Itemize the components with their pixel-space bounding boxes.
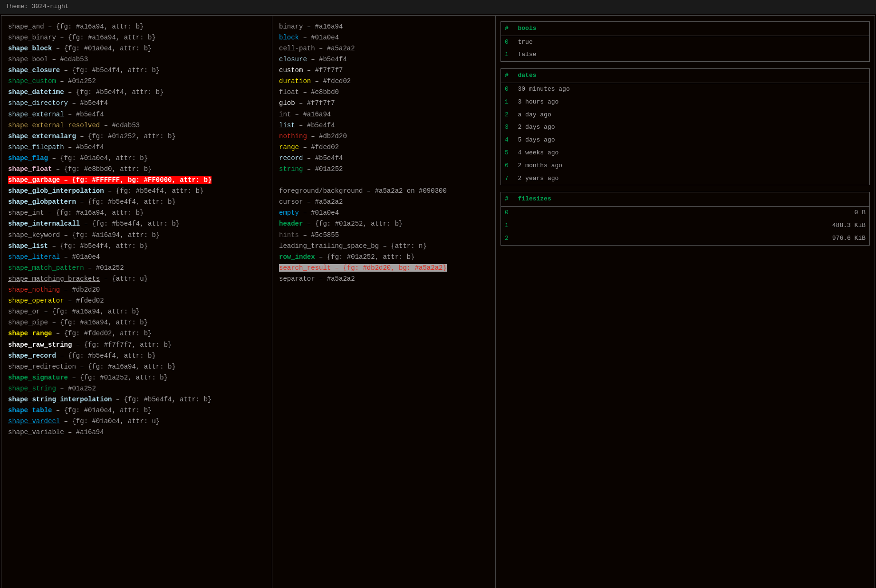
line-shape-nothing: shape_nothing – #db2d20 xyxy=(8,285,265,295)
line-spacer xyxy=(279,175,489,186)
line-shape-directory: shape_directory – #b5e4f4 xyxy=(8,98,265,109)
line-shape-raw-string: shape_raw_string – {fg: #f7f7f7, attr: b… xyxy=(8,340,265,351)
line-range: range – #fded02 xyxy=(279,142,489,153)
filesizes-col-filesizes: filesizes xyxy=(514,192,870,207)
filesizes-col-num: # xyxy=(501,192,514,207)
dates-table: # dates 0 30 minutes ago 1 3 hours ago 2 xyxy=(501,68,870,185)
line-shape-glob-interpolation: shape_glob_interpolation – {fg: #b5e4f4,… xyxy=(8,186,265,197)
line-search-result: search_result – {fg: #db2d20, bg: #a5a2a… xyxy=(279,263,489,274)
line-block: block – #01a0e4 xyxy=(279,32,489,43)
filesizes-table: # filesizes 0 0 B 1 488.3 KiB 2 xyxy=(501,192,870,245)
line-duration: duration – #fded02 xyxy=(279,76,489,87)
line-shape-garbage: shape_garbage – {fg: #FFFFFF, bg: #FF000… xyxy=(8,175,265,186)
line-shape-list: shape_list – {fg: #b5e4f4, attr: b} xyxy=(8,241,265,252)
line-shape-flag: shape_flag – {fg: #01a0e4, attr: b} xyxy=(8,153,265,164)
line-shape-external-resolved: shape_external_resolved – #cdab53 xyxy=(8,120,265,131)
dates-col-num: # xyxy=(501,69,514,83)
dates-row-1: 1 3 hours ago xyxy=(501,96,870,109)
line-binary: binary – #a16a94 xyxy=(279,21,489,32)
bools-row-0-num: 0 xyxy=(501,36,514,48)
line-fg-bg: foreground/background – #a5a2a2 on #0903… xyxy=(279,186,489,197)
line-float: float – #e8bbd0 xyxy=(279,87,489,98)
line-cell-path: cell-path – #a5a2a2 xyxy=(279,43,489,54)
dates-row-6: 6 2 months ago xyxy=(501,160,870,172)
filesizes-row-0: 0 0 B xyxy=(501,207,870,219)
line-int: int – #a16a94 xyxy=(279,109,489,120)
line-shape-range: shape_range – {fg: #fded02, attr: b} xyxy=(8,328,265,339)
theme-bar: Theme: 3024-night xyxy=(0,0,876,14)
bools-row-0: 0 true xyxy=(501,36,870,48)
line-shape-table: shape_table – {fg: #01a0e4, attr: b} xyxy=(8,405,265,416)
line-custom: custom – #f7f7f7 xyxy=(279,65,489,76)
line-shape-block: shape_block – {fg: #01a0e4, attr: b} xyxy=(8,43,265,54)
column-3: # bools 0 true 1 false xyxy=(496,16,875,588)
line-shape-operator: shape_operator – #fded02 xyxy=(8,295,265,306)
dates-row-0: 0 30 minutes ago xyxy=(501,83,870,95)
line-row-index: row_index – {fg: #01a252, attr: b} xyxy=(279,252,489,263)
line-shape-match-pattern: shape_match_pattern – #01a252 xyxy=(8,263,265,274)
line-list: list – #b5e4f4 xyxy=(279,120,489,131)
bools-row-1-val: false xyxy=(514,48,870,61)
line-closure: closure – #b5e4f4 xyxy=(279,54,489,65)
column-2: binary – #a16a94 block – #01a0e4 cell-pa… xyxy=(272,16,496,588)
line-shape-or: shape_or – {fg: #a16a94, attr: b} xyxy=(8,306,265,317)
line-shape-externalarg: shape_externalarg – {fg: #01a252, attr: … xyxy=(8,131,265,142)
line-shape-external: shape_external – #b5e4f4 xyxy=(8,109,265,120)
line-nothing: nothing – #db2d20 xyxy=(279,131,489,142)
dates-table-container: # dates 0 30 minutes ago 1 3 hours ago 2 xyxy=(501,68,870,185)
line-shape-pipe: shape_pipe – {fg: #a16a94, attr: b} xyxy=(8,317,265,328)
line-hints: hints – #5c5855 xyxy=(279,230,489,241)
line-shape-closure: shape_closure – {fg: #b5e4f4, attr: b} xyxy=(8,65,265,76)
line-shape-float: shape_float – {fg: #e8bbd0, attr: b} xyxy=(8,164,265,175)
line-shape-matching-brackets: shape_matching_brackets – {attr: u} xyxy=(8,274,265,285)
line-shape-int: shape_int – {fg: #a16a94, attr: b} xyxy=(8,208,265,218)
bools-col-bools: bools xyxy=(514,21,870,36)
bools-col-num: # xyxy=(501,21,514,36)
line-shape-datetime: shape_datetime – {fg: #b5e4f4, attr: b} xyxy=(8,87,265,98)
filesizes-table-container: # filesizes 0 0 B 1 488.3 KiB 2 xyxy=(501,192,870,245)
line-glob: glob – #f7f7f7 xyxy=(279,98,489,109)
dates-row-4: 4 5 days ago xyxy=(501,134,870,147)
line-shape-binary: shape_binary – {fg: #a16a94, attr: b} xyxy=(8,32,265,43)
line-leading-trailing: leading_trailing_space_bg – {attr: n} xyxy=(279,241,489,252)
main-container: shape_and – {fg: #a16a94, attr: b} shape… xyxy=(1,15,875,588)
filesizes-row-1: 1 488.3 KiB xyxy=(501,219,870,232)
bools-table-container: # bools 0 true 1 false xyxy=(501,21,870,62)
bools-row-1: 1 false xyxy=(501,48,870,61)
line-shape-redirection: shape_redirection – {fg: #a16a94, attr: … xyxy=(8,361,265,372)
dates-row-3: 3 2 days ago xyxy=(501,121,870,134)
line-shape-custom: shape_custom – #01a252 xyxy=(8,76,265,87)
line-shape-string: shape_string – #01a252 xyxy=(8,383,265,394)
line-shape-keyword: shape_keyword – {fg: #a16a94, attr: b} xyxy=(8,230,265,241)
dates-col-dates: dates xyxy=(514,69,870,83)
column-1: shape_and – {fg: #a16a94, attr: b} shape… xyxy=(1,16,272,588)
bools-row-1-num: 1 xyxy=(501,48,514,61)
line-shape-literal: shape_literal – #01a0e4 xyxy=(8,252,265,263)
line-shape-and: shape_and – {fg: #a16a94, attr: b} xyxy=(8,21,265,32)
bools-table: # bools 0 true 1 false xyxy=(501,21,870,62)
line-shape-vardecl: shape_vardecl – {fg: #01a0e4, attr: u} xyxy=(8,416,265,427)
line-shape-variable: shape_variable – #a16a94 xyxy=(8,427,265,438)
dates-row-5: 5 4 weeks ago xyxy=(501,147,870,160)
line-header: header – {fg: #01a252, attr: b} xyxy=(279,218,489,229)
filesizes-row-2: 2 976.6 KiB xyxy=(501,232,870,245)
line-shape-string-interpolation: shape_string_interpolation – {fg: #b5e4f… xyxy=(8,394,265,405)
line-shape-signature: shape_signature – {fg: #01a252, attr: b} xyxy=(8,372,265,383)
line-cursor: cursor – #a5a2a2 xyxy=(279,197,489,208)
line-separator: separator – #a5a2a2 xyxy=(279,274,489,285)
line-record: record – #b5e4f4 xyxy=(279,153,489,164)
dates-row-7: 7 2 years ago xyxy=(501,172,870,185)
line-shape-globpattern: shape_globpattern – {fg: #b5e4f4, attr: … xyxy=(8,197,265,208)
line-shape-bool: shape_bool – #cdab53 xyxy=(8,54,265,65)
line-empty: empty – #01a0e4 xyxy=(279,208,489,218)
line-shape-record: shape_record – {fg: #b5e4f4, attr: b} xyxy=(8,351,265,361)
dates-row-2: 2 a day ago xyxy=(501,109,870,122)
line-string: string – #01a252 xyxy=(279,164,489,175)
line-shape-filepath: shape_filepath – #b5e4f4 xyxy=(8,142,265,153)
bools-row-0-val: true xyxy=(514,36,870,48)
line-shape-internalcall: shape_internalcall – {fg: #b5e4f4, attr:… xyxy=(8,218,265,229)
